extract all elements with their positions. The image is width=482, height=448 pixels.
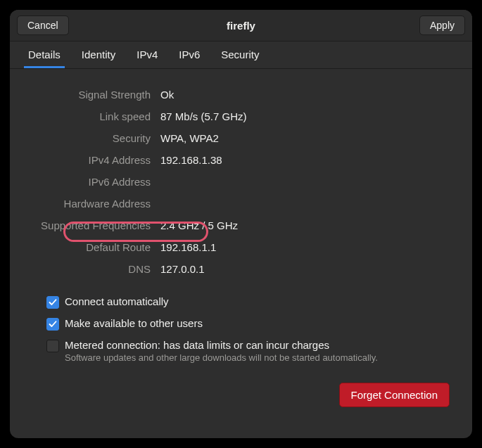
hardware-address-label: Hardware Address	[31, 196, 151, 212]
apply-button[interactable]: Apply	[419, 15, 465, 35]
cancel-button[interactable]: Cancel	[17, 15, 69, 35]
supported-frequencies-value: 2.4 GHz / 5 GHz	[160, 218, 451, 233]
ipv6-value	[160, 174, 451, 190]
footer: Forget Connection	[31, 383, 451, 407]
tab-details[interactable]: Details	[24, 41, 65, 68]
default-route-label: Default Route	[31, 240, 151, 255]
connection-settings-dialog: Cancel firefly Apply Details Identity IP…	[10, 10, 472, 438]
available-to-others-checkbox[interactable]	[46, 318, 59, 331]
hardware-address-value	[160, 196, 451, 212]
forget-connection-button[interactable]: Forget Connection	[339, 383, 450, 407]
ipv6-label: IPv6 Address	[31, 174, 151, 190]
connect-automatically-row: Connect automatically	[46, 295, 451, 309]
tabs: Details Identity IPv4 IPv6 Security	[10, 41, 472, 69]
tab-identity[interactable]: Identity	[77, 41, 120, 68]
signal-strength-label: Signal Strength	[31, 87, 151, 103]
dns-value: 127.0.0.1	[160, 262, 451, 277]
dialog-title: firefly	[227, 20, 255, 32]
dns-label: DNS	[31, 262, 151, 277]
available-to-others-row: Make available to other users	[46, 317, 451, 331]
tab-ipv4[interactable]: IPv4	[132, 41, 162, 68]
check-icon	[49, 320, 57, 328]
check-icon	[49, 298, 57, 307]
signal-strength-value: Ok	[160, 87, 451, 103]
security-label: Security	[31, 131, 151, 146]
metered-connection-row: Metered connection: has data limits or c…	[46, 339, 451, 363]
connect-automatically-checkbox[interactable]	[46, 296, 59, 309]
available-to-others-label: Make available to other users	[65, 317, 203, 329]
titlebar: Cancel firefly Apply	[10, 10, 472, 41]
connect-automatically-label: Connect automatically	[65, 295, 169, 307]
details-grid: Signal Strength Ok Link speed 87 Mb/s (5…	[31, 87, 451, 277]
metered-connection-sublabel: Software updates and other large downloa…	[65, 352, 378, 363]
options: Connect automatically Make available to …	[31, 295, 451, 363]
metered-connection-checkbox[interactable]	[46, 340, 59, 352]
supported-frequencies-label: Supported Frequencies	[31, 218, 151, 233]
security-value: WPA, WPA2	[160, 131, 451, 146]
ipv4-label: IPv4 Address	[31, 153, 151, 168]
default-route-value: 192.168.1.1	[160, 240, 451, 255]
content-area: Signal Strength Ok Link speed 87 Mb/s (5…	[10, 69, 472, 438]
tab-ipv6[interactable]: IPv6	[175, 41, 204, 68]
link-speed-label: Link speed	[31, 109, 151, 124]
link-speed-value: 87 Mb/s (5.7 GHz)	[160, 109, 451, 124]
ipv4-value: 192.168.1.38	[160, 153, 451, 168]
metered-connection-label: Metered connection: has data limits or c…	[65, 339, 378, 351]
tab-security[interactable]: Security	[217, 41, 263, 68]
